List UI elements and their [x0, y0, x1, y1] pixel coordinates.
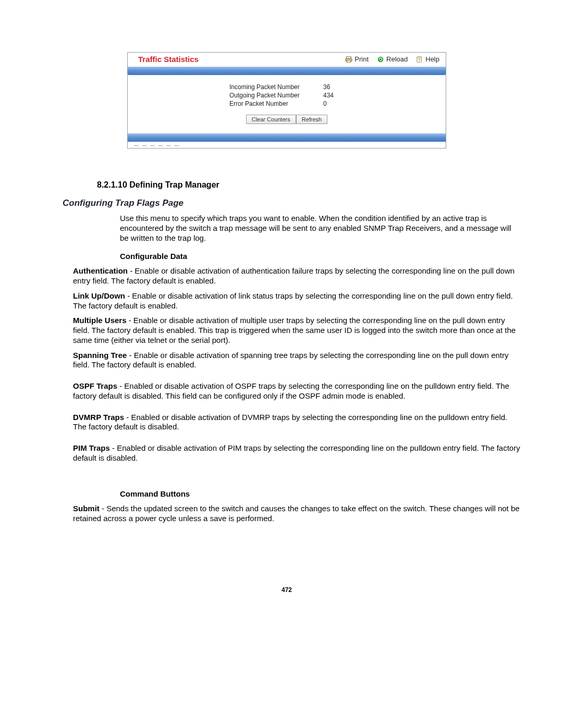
config-item: Link Up/Down - Enable or disable activat… [73, 291, 521, 311]
command-buttons-heading: Command Buttons [120, 489, 521, 499]
clear-counters-button[interactable]: Clear Counters [246, 115, 296, 124]
traffic-statistics-panel: Traffic Statistics Print Reload ? [127, 52, 446, 149]
help-label: Help [425, 55, 439, 63]
section-heading: 8.2.1.10 Defining Trap Manager [97, 180, 521, 190]
panel-button-row: Clear Counters Refresh [138, 115, 435, 124]
config-term: Spanning Tree [73, 351, 127, 360]
config-desc: - Enable or disable activation of link s… [73, 291, 513, 310]
config-term: Link Up/Down [73, 291, 125, 300]
config-desc: - Enable or disable activation of spanni… [73, 351, 508, 369]
page-number: 472 [68, 586, 506, 594]
stat-row: Incoming Packet Number 36 [138, 83, 435, 91]
svg-text:?: ? [418, 58, 420, 61]
config-desc: - Enabled or disable activation of DVMRP… [73, 413, 507, 431]
section-title: Defining Trap Manager [129, 180, 219, 189]
command-item: Submit - Sends the updated screen to the… [73, 504, 521, 524]
config-term: DVMRP Traps [73, 413, 124, 422]
print-label: Print [354, 55, 369, 63]
stat-label: Outgoing Packet Number [229, 92, 308, 99]
config-desc: - Enabled or disable activation of OSPF … [73, 381, 509, 400]
svg-rect-0 [347, 56, 351, 58]
command-desc: - Sends the updated screen to the switch… [73, 504, 520, 523]
stat-value: 0 [323, 100, 344, 107]
config-desc: - Enable or disable activation of multip… [73, 316, 516, 344]
stat-label: Incoming Packet Number [229, 83, 308, 91]
svg-rect-2 [347, 60, 351, 62]
config-item: Multiple Users - Enable or disable activ… [73, 316, 521, 345]
panel-header: Traffic Statistics Print Reload ? [128, 53, 446, 67]
stat-row: Outgoing Packet Number 434 [138, 92, 435, 99]
config-term: Multiple Users [73, 316, 127, 325]
stat-value: 36 [323, 83, 344, 91]
svg-point-3 [378, 56, 384, 62]
config-term: PIM Traps [73, 443, 110, 452]
config-term: Authentication [73, 266, 128, 275]
refresh-button[interactable]: Refresh [296, 115, 328, 124]
panel-divider-top [128, 67, 446, 75]
config-item: Spanning Tree - Enable or disable activa… [73, 351, 521, 371]
stat-label: Error Packet Number [229, 100, 308, 107]
print-icon [345, 56, 352, 63]
config-desc: - Enable or disable activation of authen… [73, 266, 515, 285]
document-body: 8.2.1.10 Defining Trap Manager Configuri… [73, 180, 521, 524]
panel-footer-cutoff: — — — — — — [128, 142, 446, 148]
reload-icon [377, 56, 384, 63]
section-number: 8.2.1.10 [97, 180, 127, 189]
panel-body: Incoming Packet Number 36 Outgoing Packe… [128, 75, 446, 133]
config-item: OSPF Traps - Enabled or disable activati… [73, 381, 521, 401]
command-term: Submit [73, 504, 100, 513]
section-subtitle: Configuring Trap Flags Page [63, 198, 521, 208]
help-icon: ? [416, 56, 423, 63]
config-item: DVMRP Traps - Enabled or disable activat… [73, 413, 521, 433]
panel-divider-bottom [128, 133, 446, 142]
reload-label: Reload [386, 55, 408, 63]
panel-title: Traffic Statistics [138, 55, 199, 64]
intro-paragraph: Use this menu to specify which traps you… [120, 214, 521, 243]
config-term: OSPF Traps [73, 381, 117, 390]
panel-actions: Print Reload ? Help [345, 55, 439, 63]
stat-value: 434 [323, 92, 344, 99]
print-action[interactable]: Print [345, 55, 369, 63]
help-action[interactable]: ? Help [416, 55, 439, 63]
config-item: PIM Traps - Enabled or disable activatio… [73, 443, 521, 463]
configurable-data-heading: Configurable Data [120, 252, 521, 262]
config-item: Authentication - Enable or disable activ… [73, 266, 521, 286]
config-desc: - Enabled or disable activation of PIM t… [73, 443, 520, 462]
reload-action[interactable]: Reload [377, 55, 408, 63]
stat-row: Error Packet Number 0 [138, 100, 435, 107]
